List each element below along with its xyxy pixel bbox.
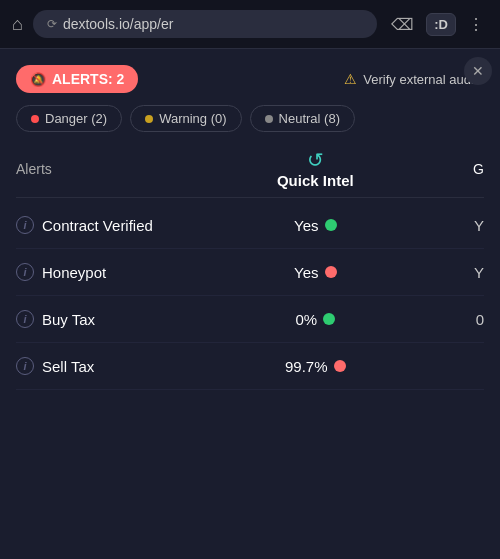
d-button[interactable]: :D [426, 13, 456, 36]
danger-label: Danger (2) [45, 111, 107, 126]
address-bar[interactable]: ⟳ dextools.io/app/er [33, 10, 377, 38]
close-icon: ✕ [472, 63, 484, 79]
status-dot-green [325, 219, 337, 231]
table-row-buy-tax: i Buy Tax 0% 0 [16, 296, 484, 343]
alerts-row: 🔕 ALERTS: 2 ⚠ Verify external audits [16, 65, 484, 93]
row-other-contract: Y [397, 217, 484, 234]
table-row-honeypot: i Honeypot Yes Y [16, 249, 484, 296]
quick-intel-title: Quick Intel [277, 172, 354, 189]
close-button[interactable]: ✕ [464, 57, 492, 85]
row-value-sell-tax: 99.7% [234, 358, 397, 375]
main-panel: ✕ 🔕 ALERTS: 2 ⚠ Verify external audits D… [0, 49, 500, 402]
warning-dot [145, 115, 153, 123]
status-dot-red-sell-tax [334, 360, 346, 372]
row-other-buy-tax: 0 [397, 311, 484, 328]
verify-audits-link[interactable]: ⚠ Verify external audits [344, 71, 484, 87]
alerts-badge[interactable]: 🔕 ALERTS: 2 [16, 65, 138, 93]
row-value-honeypot: Yes [234, 264, 397, 281]
info-icon-buy-tax[interactable]: i [16, 310, 34, 328]
col-other-header: G [397, 161, 484, 177]
info-icon-honeypot[interactable]: i [16, 263, 34, 281]
neutral-label: Neutral (8) [279, 111, 340, 126]
row-label-sell-tax: i Sell Tax [16, 357, 234, 375]
loading-spinner: ↺ [307, 148, 324, 172]
browser-actions: ⌫ :D ⋮ [387, 11, 488, 38]
table-row-sell-tax: i Sell Tax 99.7% [16, 343, 484, 390]
info-icon-contract[interactable]: i [16, 216, 34, 234]
status-dot-green-buy-tax [323, 313, 335, 325]
danger-dot [31, 115, 39, 123]
filter-warning[interactable]: Warning (0) [130, 105, 241, 132]
row-label-buy-tax: i Buy Tax [16, 310, 234, 328]
bell-icon: 🔕 [30, 72, 46, 87]
filter-danger[interactable]: Danger (2) [16, 105, 122, 132]
table-row: i Contract Verified Yes Y [16, 202, 484, 249]
alerts-badge-label: ALERTS: 2 [52, 71, 124, 87]
share-button[interactable]: ⌫ [387, 11, 418, 38]
col-quick-intel-header: ↺ Quick Intel [234, 148, 397, 189]
row-other-honeypot: Y [397, 264, 484, 281]
table-header: Alerts ↺ Quick Intel G [16, 148, 484, 198]
lock-icon: ⟳ [47, 17, 57, 31]
status-dot-red-honeypot [325, 266, 337, 278]
address-text: dextools.io/app/er [63, 16, 174, 32]
info-icon-sell-tax[interactable]: i [16, 357, 34, 375]
warning-icon: ⚠ [344, 71, 357, 87]
row-value-contract-verified: Yes [234, 217, 397, 234]
filter-row: Danger (2) Warning (0) Neutral (8) [16, 105, 484, 132]
filter-neutral[interactable]: Neutral (8) [250, 105, 355, 132]
row-label-contract-verified: i Contract Verified [16, 216, 234, 234]
menu-button[interactable]: ⋮ [464, 11, 488, 38]
warning-label: Warning (0) [159, 111, 226, 126]
col-alerts-header: Alerts [16, 161, 234, 177]
neutral-dot [265, 115, 273, 123]
row-value-buy-tax: 0% [234, 311, 397, 328]
browser-bar: ⌂ ⟳ dextools.io/app/er ⌫ :D ⋮ [0, 0, 500, 49]
row-label-honeypot: i Honeypot [16, 263, 234, 281]
home-icon[interactable]: ⌂ [12, 14, 23, 35]
